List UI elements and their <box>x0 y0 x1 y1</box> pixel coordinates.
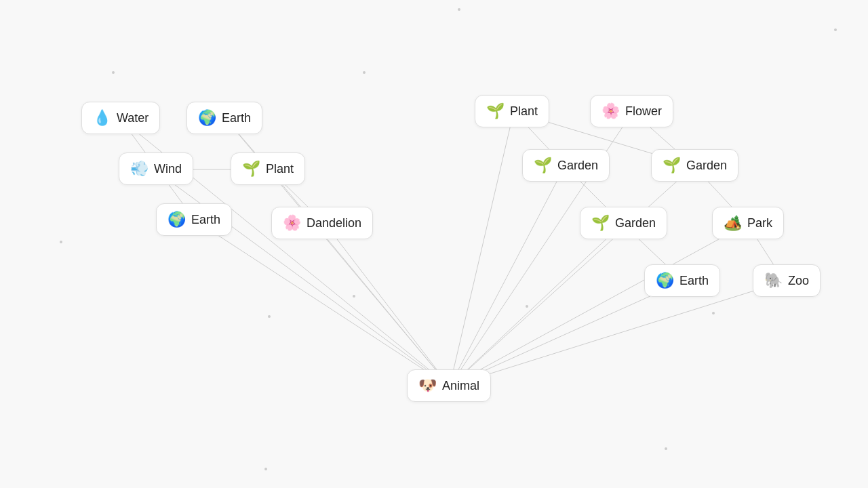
connection-line <box>154 169 450 386</box>
decorative-dot <box>353 295 355 298</box>
dandelion-icon: 🌸 <box>283 214 301 232</box>
decorative-dot <box>665 447 667 450</box>
decorative-dot <box>112 71 115 74</box>
garden1-label: Garden <box>557 159 598 173</box>
node-park[interactable]: 🏕️Park <box>712 207 784 239</box>
garden1-icon: 🌱 <box>534 157 552 174</box>
plant1-label: Plant <box>266 162 294 176</box>
flower-label: Flower <box>625 104 662 119</box>
plant2-icon: 🌱 <box>486 102 505 120</box>
earth1-icon: 🌍 <box>198 109 216 127</box>
connection-line <box>450 224 623 386</box>
plant1-icon: 🌱 <box>242 160 260 178</box>
garden2-label: Garden <box>686 159 727 173</box>
dandelion-label: Dandelion <box>307 216 361 230</box>
animal-label: Animal <box>442 379 479 393</box>
earth3-label: Earth <box>679 274 709 288</box>
animal-icon: 🐶 <box>418 377 437 394</box>
decorative-dot <box>458 8 460 11</box>
connection-line <box>450 224 747 386</box>
node-dandelion[interactable]: 🌸Dandelion <box>271 207 373 239</box>
park-icon: 🏕️ <box>724 214 742 232</box>
connection-line <box>450 166 565 386</box>
node-plant2[interactable]: 🌱Plant <box>475 95 549 127</box>
decorative-dot <box>264 468 267 470</box>
connection-line <box>450 281 785 386</box>
connection-line <box>195 220 450 386</box>
node-plant1[interactable]: 🌱Plant <box>231 152 305 185</box>
node-earth3[interactable]: 🌍Earth <box>644 264 720 297</box>
connection-line <box>450 112 514 386</box>
earth2-icon: 🌍 <box>167 211 186 228</box>
node-garden1[interactable]: 🌱Garden <box>522 149 610 182</box>
node-earth2[interactable]: 🌍Earth <box>156 203 232 236</box>
node-water[interactable]: 💧Water <box>81 102 160 134</box>
flower-icon: 🌸 <box>601 102 620 120</box>
wind-label: Wind <box>154 162 182 176</box>
water-icon: 💧 <box>93 109 111 127</box>
earth3-icon: 🌍 <box>656 272 674 289</box>
decorative-dot <box>834 28 837 31</box>
node-earth1[interactable]: 🌍Earth <box>186 102 262 134</box>
decorative-dot <box>526 305 528 308</box>
zoo-icon: 🐘 <box>764 272 783 289</box>
plant2-label: Plant <box>510 104 538 119</box>
node-animal[interactable]: 🐶Animal <box>407 369 491 402</box>
decorative-dot <box>268 315 271 318</box>
node-wind[interactable]: 💨Wind <box>119 152 193 185</box>
park-label: Park <box>747 216 772 230</box>
water-label: Water <box>117 111 149 125</box>
connection-line <box>270 169 450 386</box>
wind-icon: 💨 <box>130 160 149 178</box>
earth1-label: Earth <box>222 111 251 125</box>
node-flower[interactable]: 🌸Flower <box>590 95 673 127</box>
garden3-icon: 🌱 <box>591 214 610 232</box>
earth2-label: Earth <box>191 213 220 227</box>
garden2-icon: 🌱 <box>663 157 681 174</box>
decorative-dot <box>712 312 715 314</box>
zoo-label: Zoo <box>788 274 809 288</box>
connection-line <box>326 224 450 386</box>
decorative-dot <box>363 71 366 74</box>
decorative-dot <box>60 241 62 243</box>
node-garden3[interactable]: 🌱Garden <box>580 207 667 239</box>
node-garden2[interactable]: 🌱Garden <box>651 149 738 182</box>
garden3-label: Garden <box>615 216 656 230</box>
node-zoo[interactable]: 🐘Zoo <box>753 264 821 297</box>
